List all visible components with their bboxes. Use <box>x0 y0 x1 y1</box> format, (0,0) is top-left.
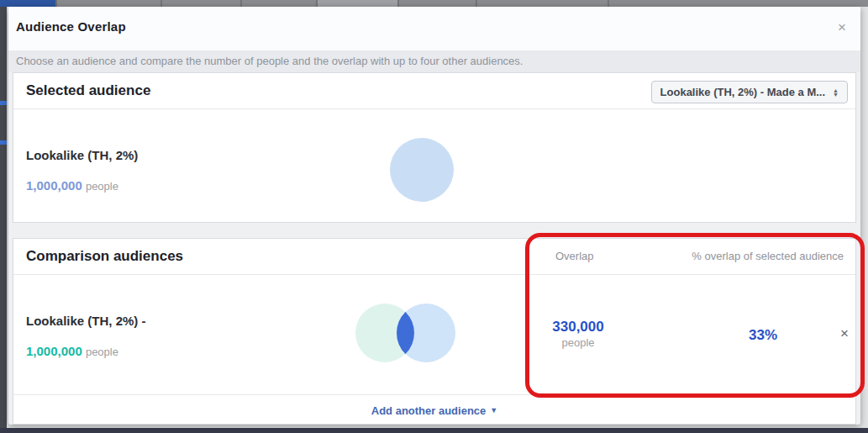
background-header-cell <box>242 0 318 7</box>
remove-comparison-icon[interactable]: × <box>833 325 856 343</box>
background-header-cell <box>162 0 242 7</box>
comparison-audience-count-unit: people <box>86 346 118 358</box>
modal-description-band: Choose an audience and compare the numbe… <box>8 50 860 72</box>
background-header-cell <box>318 0 399 7</box>
close-icon[interactable]: × <box>838 18 846 37</box>
comparison-header: Comparison audiences Overlap % overlap o… <box>13 239 855 275</box>
overlap-column-header: Overlap <box>555 250 594 262</box>
background-header-cell <box>399 0 477 7</box>
overlap-venn-diagram <box>350 299 460 367</box>
overlap-count-block: 330,000 people <box>518 319 639 351</box>
audience-overlap-modal: Audience Overlap × Choose an audience an… <box>8 7 860 425</box>
add-another-audience-label: Add another audience <box>371 404 487 417</box>
background-table-header <box>0 0 868 7</box>
selected-audience-card: Selected audience Lookalike (TH, 2%) - M… <box>13 72 856 223</box>
background-header-cell <box>609 0 868 7</box>
caret-down-icon: ▼ <box>490 406 497 415</box>
selected-audience-name: Lookalike (TH, 2%) <box>26 148 138 163</box>
comparison-audience-count-number: 1,000,000 <box>26 344 82 358</box>
overlap-percent-value: 33% <box>702 327 823 344</box>
overlap-count-unit: people <box>518 335 639 351</box>
selected-audience-count: 1,000,000 people <box>26 178 118 193</box>
overlap-count-number: 330,000 <box>518 319 639 335</box>
selected-audience-count-unit: people <box>86 180 118 193</box>
selected-audience-header: Selected audience Lookalike (TH, 2%) - M… <box>13 73 855 109</box>
dropdown-value: Lookalike (TH, 2%) - Made a M... <box>660 86 825 98</box>
selected-audience-count-number: 1,000,000 <box>26 178 82 193</box>
add-another-audience-link[interactable]: Add another audience ▼ <box>13 395 855 425</box>
modal-title: Audience Overlap <box>16 19 126 34</box>
selected-audience-heading: Selected audience <box>26 82 150 99</box>
background-header-cell <box>57 0 162 7</box>
background-left-column <box>0 7 7 428</box>
comparison-audience-name: Lookalike (TH, 2%) - <box>26 314 146 329</box>
comparison-audience-count: 1,000,000 people <box>26 344 118 359</box>
comparison-heading: Comparison audiences <box>26 248 183 265</box>
comparison-audiences-card: Comparison audiences Overlap % overlap o… <box>13 238 856 425</box>
background-header-cell <box>477 0 609 7</box>
selected-audience-dropdown[interactable]: Lookalike (TH, 2%) - Made a M... ▲▼ <box>651 81 848 103</box>
percent-column-header: % overlap of selected audience <box>692 250 844 262</box>
background-bottom-row <box>0 428 868 433</box>
modal-description: Choose an audience and compare the numbe… <box>16 55 523 67</box>
background-header-cell-active <box>0 0 57 7</box>
background-row-marker <box>0 101 7 105</box>
sort-arrows-icon: ▲▼ <box>833 88 839 97</box>
selected-audience-circle <box>390 138 454 202</box>
background-row-marker <box>0 140 7 145</box>
modal-titlebar: Audience Overlap × <box>8 7 860 50</box>
